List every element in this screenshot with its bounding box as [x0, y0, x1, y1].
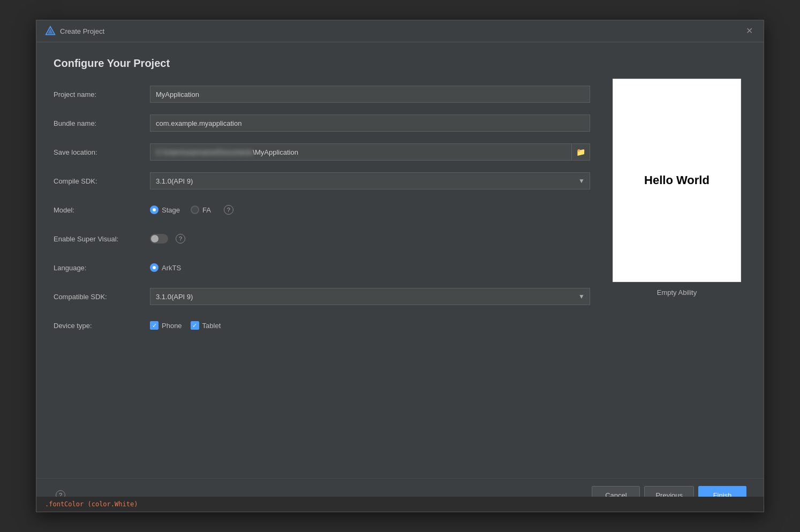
model-stage-option[interactable]: Stage: [150, 206, 180, 214]
device-phone-label: Phone: [162, 322, 182, 330]
browse-folder-button[interactable]: 📁: [571, 144, 590, 160]
preview-card: Hello World: [613, 79, 741, 282]
super-visual-help-icon[interactable]: ?: [176, 234, 185, 244]
device-phone-checkbox: ✓: [150, 321, 159, 330]
device-tablet-label: Tablet: [202, 322, 221, 330]
language-label: Language:: [54, 264, 150, 272]
dialog-body: Configure Your Project Project name: Bun…: [36, 42, 764, 478]
device-tablet-checkmark: ✓: [192, 323, 197, 329]
compile-sdk-select-wrap: 3.1.0(API 9) 3.0.0(API 8) 2.2.0(API 7) ▼: [150, 172, 590, 189]
save-location-blurred: C:\Users\username\Documents: [156, 148, 253, 156]
project-name-label: Project name:: [54, 90, 150, 98]
language-arkts-radio-circle: [150, 263, 159, 272]
model-stage-label: Stage: [162, 206, 180, 214]
language-radio-group: ArkTS: [150, 263, 181, 272]
toggle-knob: [151, 235, 159, 242]
close-button[interactable]: ✕: [744, 26, 755, 36]
preview-hello-world: Hello World: [644, 173, 710, 187]
dialog-title: Create Project: [60, 27, 104, 35]
title-bar: Create Project ✕: [36, 20, 764, 42]
compatible-sdk-row: Compatible SDK: 3.1.0(API 9) 3.0.0(API 8…: [54, 287, 590, 306]
save-location-label: Save location:: [54, 148, 150, 156]
model-help-icon[interactable]: ?: [224, 205, 233, 215]
model-label: Model:: [54, 206, 150, 214]
enable-super-visual-toggle[interactable]: [150, 234, 168, 244]
enable-super-visual-row: Enable Super Visual: ?: [54, 229, 590, 248]
save-location-text: C:\Users\username\Documents\MyApplicatio…: [150, 146, 571, 159]
device-type-row: Device type: ✓ Phone ✓ Tablet: [54, 316, 590, 335]
compile-sdk-row: Compile SDK: 3.1.0(API 9) 3.0.0(API 8) 2…: [54, 171, 590, 191]
compatible-sdk-label: Compatible SDK:: [54, 293, 150, 301]
model-radio-group: Stage FA ?: [150, 205, 233, 215]
language-arkts-label: ArkTS: [162, 264, 181, 272]
device-phone-option[interactable]: ✓ Phone: [150, 321, 182, 330]
model-row: Model: Stage FA ?: [54, 200, 590, 219]
language-row: Language: ArkTS: [54, 258, 590, 277]
save-location-row: Save location: C:\Users\username\Documen…: [54, 142, 590, 162]
compile-sdk-label: Compile SDK:: [54, 177, 150, 185]
save-location-end: \MyApplication: [253, 148, 298, 156]
create-project-dialog: Create Project ✕ Configure Your Project …: [36, 20, 764, 512]
device-phone-checkmark: ✓: [152, 323, 157, 329]
preview-template-label: Empty Ability: [657, 288, 697, 297]
model-fa-radio-circle: [191, 206, 199, 214]
title-bar-left: Create Project: [45, 26, 104, 36]
bottom-hint-bar: .fontColor (color.White): [36, 497, 764, 512]
bottom-code-hint: .fontColor (color.White): [45, 500, 138, 508]
enable-super-visual-label: Enable Super Visual:: [54, 235, 150, 243]
model-stage-radio-circle: [150, 206, 159, 214]
compatible-sdk-select-wrap: 3.1.0(API 9) 3.0.0(API 8) 2.2.0(API 7) ▼: [150, 288, 590, 305]
form-section: Configure Your Project Project name: Bun…: [54, 57, 590, 467]
device-type-group: ✓ Phone ✓ Tablet: [150, 321, 221, 330]
save-location-field: C:\Users\username\Documents\MyApplicatio…: [150, 143, 590, 161]
compile-sdk-select[interactable]: 3.1.0(API 9) 3.0.0(API 8) 2.2.0(API 7): [150, 172, 590, 189]
bundle-name-row: Bundle name:: [54, 113, 590, 133]
device-type-label: Device type:: [54, 322, 150, 330]
model-fa-option[interactable]: FA: [191, 206, 211, 214]
project-name-input[interactable]: [150, 86, 590, 103]
language-arkts-option[interactable]: ArkTS: [150, 263, 181, 272]
model-fa-label: FA: [202, 206, 211, 214]
bundle-name-label: Bundle name:: [54, 119, 150, 127]
preview-section: Hello World Empty Ability: [607, 57, 746, 467]
device-tablet-option[interactable]: ✓ Tablet: [191, 321, 221, 330]
bundle-name-input[interactable]: [150, 115, 590, 132]
app-logo-icon: [45, 26, 56, 36]
device-tablet-checkbox: ✓: [191, 321, 199, 330]
dialog-heading: Configure Your Project: [54, 57, 590, 70]
project-name-row: Project name:: [54, 85, 590, 104]
compatible-sdk-select[interactable]: 3.1.0(API 9) 3.0.0(API 8) 2.2.0(API 7): [150, 288, 590, 305]
enable-super-visual-wrap: ?: [150, 234, 185, 244]
